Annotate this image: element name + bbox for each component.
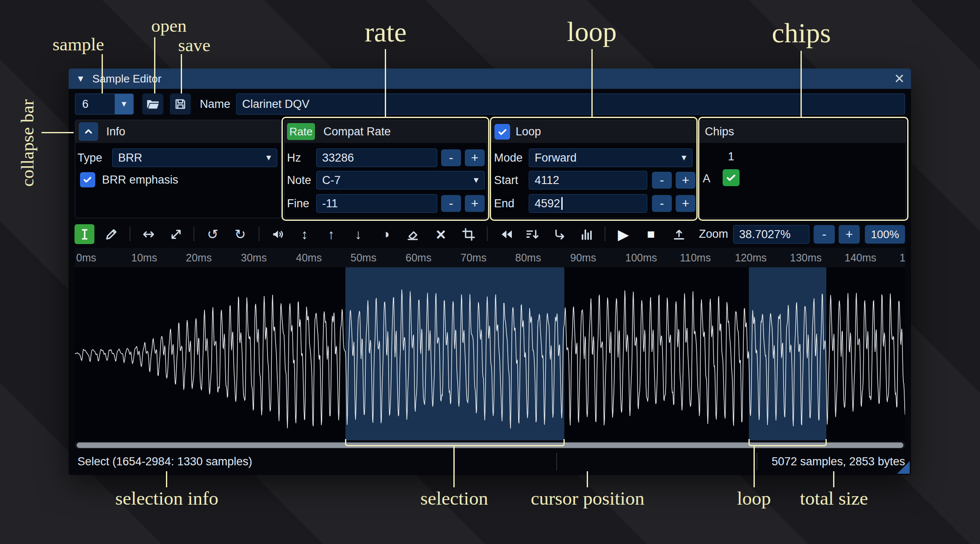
type-value: BRR — [118, 151, 142, 165]
timeline-tick: 130ms — [790, 252, 822, 264]
undo-button[interactable]: ↺ — [203, 224, 223, 244]
redo-icon: ↻ — [235, 228, 246, 241]
annotation-line — [166, 471, 167, 487]
corner-arrow-icon — [552, 227, 567, 242]
timeline-tick: 20ms — [186, 252, 212, 264]
sample-number-dropdown-icon[interactable]: ▼ — [115, 94, 133, 114]
i-beam-icon — [77, 227, 92, 242]
annotation-box-chips — [698, 117, 908, 221]
annotation-line — [587, 471, 588, 487]
timeline-tick: 110ms — [680, 252, 711, 264]
trim-button[interactable] — [458, 224, 478, 244]
waveform — [75, 267, 905, 440]
normalize-button[interactable]: ↕ — [295, 224, 315, 244]
pencil-icon — [104, 227, 119, 242]
chevron-up-icon — [83, 126, 94, 137]
status-separator — [756, 453, 757, 470]
wavetable-button[interactable] — [577, 224, 596, 244]
brr-emphasis-checkbox[interactable] — [80, 172, 95, 187]
annotation-line — [833, 471, 834, 487]
save-button[interactable] — [170, 93, 191, 115]
horizontal-arrows-icon — [141, 227, 156, 242]
fade-out-button[interactable]: ↓ — [348, 224, 368, 244]
zoom-out-button[interactable]: - — [814, 225, 835, 244]
sample-number-select[interactable]: 6 ▼ — [75, 93, 134, 115]
annotation-line — [754, 446, 755, 487]
type-dropdown-icon[interactable]: ▼ — [265, 153, 273, 162]
stop-preview-button[interactable]: ■ — [641, 224, 661, 244]
insert-button[interactable] — [549, 224, 569, 244]
timeline-tick: 120ms — [735, 252, 767, 264]
status-total-size: 5072 samples, 2853 bytes — [772, 451, 905, 472]
titlebar[interactable]: ▼ Sample Editor × — [69, 69, 911, 89]
brr-emphasis-label: BRR emphasis — [102, 170, 178, 189]
check-icon — [82, 174, 93, 185]
timeline-tick: 100ms — [625, 252, 657, 264]
status-separator — [556, 453, 557, 470]
timeline-tick: 80ms — [515, 252, 541, 264]
delete-button[interactable]: × — [431, 224, 451, 244]
undo-icon: ↺ — [207, 228, 218, 241]
annotation-box-loop — [490, 117, 698, 221]
open-button[interactable] — [142, 93, 163, 115]
select-tool-button[interactable] — [75, 224, 94, 244]
amplify-button[interactable] — [268, 224, 287, 244]
zoom-reset-button[interactable]: 100% — [865, 225, 905, 244]
timeline-tick: 40ms — [296, 252, 322, 264]
arrow-down-icon: ↓ — [355, 228, 362, 241]
fade-in-button[interactable]: ↑ — [321, 224, 341, 244]
resize-grip[interactable] — [897, 461, 910, 474]
type-label: Type — [77, 148, 102, 167]
annotation-line — [591, 49, 593, 117]
annotation-line — [453, 446, 455, 487]
toolbar-separator — [193, 227, 194, 241]
zoom-in-button[interactable]: + — [839, 225, 860, 244]
annotation-line — [385, 49, 386, 117]
speaker-icon — [271, 227, 285, 242]
redo-button[interactable]: ↻ — [230, 224, 250, 244]
toolbar-separator — [605, 227, 605, 241]
sample-number-value: 6 — [75, 98, 88, 111]
annotation-line — [801, 51, 802, 117]
crop-icon — [461, 227, 476, 242]
bar-chart-icon — [580, 227, 594, 242]
annotation-line — [154, 37, 155, 93]
type-dropdown[interactable]: BRR ▼ — [112, 148, 277, 167]
resize-button[interactable] — [138, 224, 158, 244]
timeline-tick: 140ms — [845, 252, 876, 264]
timeline-tick: 50ms — [351, 252, 376, 264]
timeline-tick: 60ms — [406, 252, 431, 264]
info-panel-title: Info — [106, 120, 125, 143]
annotation-save: save — [178, 35, 210, 55]
silence-button[interactable] — [403, 224, 422, 244]
annotation-bracket-selection — [345, 439, 565, 446]
collapse-bar-button[interactable] — [79, 122, 98, 141]
close-icon[interactable]: × — [894, 69, 904, 88]
x-icon: × — [436, 226, 446, 243]
arrow-up-icon: ↑ — [328, 228, 335, 241]
draw-tool-button[interactable] — [101, 224, 121, 244]
annotation-sample: sample — [52, 34, 104, 55]
window-collapse-triangle-icon[interactable]: ▼ — [76, 69, 85, 89]
waveform-canvas[interactable] — [75, 267, 905, 440]
import-button[interactable] — [669, 224, 689, 244]
annotation-line — [181, 54, 182, 93]
annotation-cursor-position: cursor position — [531, 487, 645, 509]
reverse-button[interactable] — [497, 224, 516, 244]
timeline-tick: 0ms — [76, 252, 96, 264]
stop-icon: ■ — [647, 228, 655, 241]
timeline-tick: 150 — [900, 252, 905, 264]
annotation-selection-info: selection info — [115, 487, 218, 509]
name-label: Name — [200, 93, 230, 115]
filter-button[interactable] — [522, 224, 542, 244]
resample-button[interactable] — [166, 224, 186, 244]
timeline-tick: 10ms — [131, 252, 157, 264]
annotation-selection: selection — [420, 487, 488, 509]
invert-button[interactable]: ◑ — [376, 224, 396, 244]
annotation-total-size: total size — [800, 487, 868, 509]
name-input[interactable]: Clarinet DQV — [236, 93, 905, 115]
annotation-rate: rate — [365, 16, 407, 48]
preview-button[interactable]: ▶ — [613, 224, 633, 244]
vertical-arrows-icon: ↕ — [301, 228, 308, 241]
zoom-input[interactable]: 38.7027% — [733, 225, 809, 244]
